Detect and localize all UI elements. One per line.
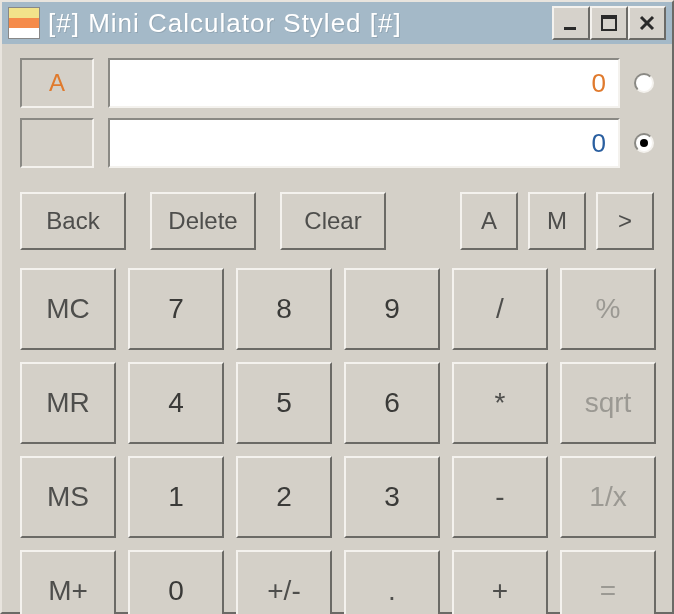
window-buttons xyxy=(552,6,666,40)
key-1[interactable]: 1 xyxy=(128,456,224,538)
key-5[interactable]: 5 xyxy=(236,362,332,444)
control-row: Back Delete Clear A M > xyxy=(20,192,654,250)
key-minus[interactable]: - xyxy=(452,456,548,538)
close-button[interactable] xyxy=(628,6,666,40)
key-3[interactable]: 3 xyxy=(344,456,440,538)
display-row-b: 0 xyxy=(20,118,654,168)
key-sign[interactable]: +/- xyxy=(236,550,332,614)
key-ms[interactable]: MS xyxy=(20,456,116,538)
key-mc[interactable]: MC xyxy=(20,268,116,350)
key-sqrt[interactable]: sqrt xyxy=(560,362,656,444)
key-8[interactable]: 8 xyxy=(236,268,332,350)
delete-button[interactable]: Delete xyxy=(150,192,256,250)
key-4[interactable]: 4 xyxy=(128,362,224,444)
display-a: 0 xyxy=(108,58,620,108)
radio-dot-icon xyxy=(640,139,648,147)
key-mr[interactable]: MR xyxy=(20,362,116,444)
key-multiply[interactable]: * xyxy=(452,362,548,444)
key-9[interactable]: 9 xyxy=(344,268,440,350)
key-2[interactable]: 2 xyxy=(236,456,332,538)
maximize-button[interactable] xyxy=(590,6,628,40)
app-icon xyxy=(8,7,40,39)
calculator-window: [#] Mini Calculator Styled [#] A 0 0 xyxy=(0,0,674,614)
key-7[interactable]: 7 xyxy=(128,268,224,350)
display-b: 0 xyxy=(108,118,620,168)
maximize-icon xyxy=(600,14,618,32)
window-title: [#] Mini Calculator Styled [#] xyxy=(48,8,552,39)
keypad: MC 7 8 9 / % MR 4 5 6 * sqrt MS 1 2 3 - … xyxy=(20,268,654,614)
memory-indicator-b xyxy=(20,118,94,168)
memory-indicator-a: A xyxy=(20,58,94,108)
key-plus[interactable]: + xyxy=(452,550,548,614)
svg-rect-2 xyxy=(602,16,616,19)
clear-button[interactable]: Clear xyxy=(280,192,386,250)
key-reciprocal[interactable]: 1/x xyxy=(560,456,656,538)
select-display-a-radio[interactable] xyxy=(634,73,654,93)
key-6[interactable]: 6 xyxy=(344,362,440,444)
minimize-icon xyxy=(562,14,580,32)
display-row-a: A 0 xyxy=(20,58,654,108)
key-0[interactable]: 0 xyxy=(128,550,224,614)
mode-a-button[interactable]: A xyxy=(460,192,518,250)
svg-rect-0 xyxy=(564,27,576,30)
key-divide[interactable]: / xyxy=(452,268,548,350)
select-display-b-radio[interactable] xyxy=(634,133,654,153)
titlebar[interactable]: [#] Mini Calculator Styled [#] xyxy=(2,2,672,44)
close-icon xyxy=(638,14,656,32)
more-button[interactable]: > xyxy=(596,192,654,250)
key-equals[interactable]: = xyxy=(560,550,656,614)
mode-m-button[interactable]: M xyxy=(528,192,586,250)
back-button[interactable]: Back xyxy=(20,192,126,250)
key-decimal[interactable]: . xyxy=(344,550,440,614)
minimize-button[interactable] xyxy=(552,6,590,40)
key-mplus[interactable]: M+ xyxy=(20,550,116,614)
client-area: A 0 0 Back Delete Clear A M > MC 7 8 9 /… xyxy=(2,44,672,614)
key-percent[interactable]: % xyxy=(560,268,656,350)
